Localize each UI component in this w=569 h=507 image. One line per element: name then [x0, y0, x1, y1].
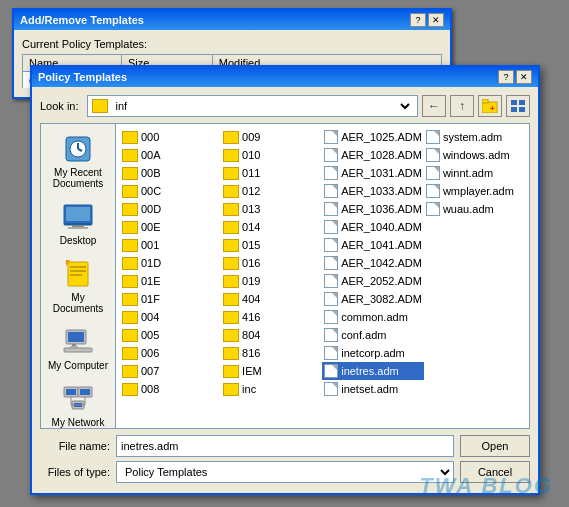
folder-icon [122, 383, 138, 396]
filetype-select[interactable]: Policy Templates [116, 461, 454, 483]
sidebar-item-recent[interactable]: My Recent Documents [43, 128, 113, 194]
bg-dialog-title-bar: Add/Remove Templates ? ✕ [14, 10, 450, 30]
list-item[interactable]: common.adm [322, 308, 424, 326]
list-item[interactable]: AER_2052.ADM [322, 272, 424, 290]
list-item[interactable]: AER_1040.ADM [322, 218, 424, 236]
list-item[interactable]: IEM [221, 362, 322, 380]
folder-icon [223, 149, 239, 162]
folder-icon [122, 239, 138, 252]
sidebar-item-documents[interactable]: My Documents [43, 253, 113, 319]
list-item[interactable]: 00E [120, 218, 221, 236]
list-item[interactable]: 01F [120, 290, 221, 308]
folder-icon [223, 167, 239, 180]
list-item[interactable]: 008 [120, 380, 221, 398]
adm-icon [324, 130, 338, 144]
list-item[interactable]: AER_1025.ADM [322, 128, 424, 146]
list-item[interactable]: 00D [120, 200, 221, 218]
list-item[interactable]: 00A [120, 146, 221, 164]
list-item[interactable]: 005 [120, 326, 221, 344]
list-item[interactable]: 019 [221, 272, 322, 290]
folder-icon [223, 221, 239, 234]
list-item[interactable]: 000 [120, 128, 221, 146]
network-icon [62, 383, 94, 415]
bg-dialog-title-buttons: ? ✕ [410, 13, 444, 27]
sidebar-item-network[interactable]: My Network Places [43, 378, 113, 428]
list-item[interactable]: 00C [120, 182, 221, 200]
list-item[interactable]: 014 [221, 218, 322, 236]
list-item[interactable]: inc [221, 380, 322, 398]
new-folder-button[interactable]: + [478, 95, 502, 117]
list-item[interactable]: 004 [120, 308, 221, 326]
main-dialog-help-button[interactable]: ? [498, 70, 514, 84]
list-item[interactable]: 00B [120, 164, 221, 182]
bg-dialog-close-button[interactable]: ✕ [428, 13, 444, 27]
list-item[interactable]: AER_1033.ADM [322, 182, 424, 200]
list-item[interactable]: inetcorp.adm [322, 344, 424, 362]
svg-rect-28 [80, 389, 90, 395]
open-button[interactable]: Open [460, 435, 530, 457]
list-item[interactable]: 015 [221, 236, 322, 254]
folder-icon [122, 275, 138, 288]
list-item[interactable]: 01E [120, 272, 221, 290]
list-item[interactable]: AER_3082.ADM [322, 290, 424, 308]
list-item[interactable]: 012 [221, 182, 322, 200]
list-item[interactable]: windows.adm [424, 146, 525, 164]
list-item-selected[interactable]: inetres.adm [322, 362, 424, 380]
list-item[interactable]: 006 [120, 344, 221, 362]
main-dialog-close-button[interactable]: ✕ [516, 70, 532, 84]
list-item[interactable]: 007 [120, 362, 221, 380]
back-button[interactable]: ← [422, 95, 446, 117]
folder-icon [122, 185, 138, 198]
list-item[interactable]: 011 [221, 164, 322, 182]
svg-rect-4 [519, 100, 525, 105]
list-item[interactable]: AER_1031.ADM [322, 164, 424, 182]
filename-label: File name: [40, 440, 110, 452]
list-item[interactable]: 010 [221, 146, 322, 164]
adm-icon [426, 166, 440, 180]
list-item[interactable]: AER_1036.ADM [322, 200, 424, 218]
bg-dialog-help-button[interactable]: ? [410, 13, 426, 27]
main-dialog-body: Look in: inf ← ↑ + [32, 87, 538, 491]
sidebar-recent-label: My Recent Documents [46, 167, 110, 189]
list-item[interactable]: wmplayer.adm [424, 182, 525, 200]
sidebar-item-desktop[interactable]: Desktop [43, 196, 113, 251]
computer-icon [62, 326, 94, 358]
cancel-button[interactable]: Cancel [460, 461, 530, 483]
list-item[interactable]: AER_1042.ADM [322, 254, 424, 272]
list-item[interactable]: 404 [221, 290, 322, 308]
sidebar-documents-label: My Documents [46, 292, 110, 314]
list-item[interactable]: 804 [221, 326, 322, 344]
adm-icon [324, 292, 338, 306]
lookin-combo[interactable]: inf [87, 95, 418, 117]
list-item[interactable]: 01D [120, 254, 221, 272]
list-item[interactable]: 013 [221, 200, 322, 218]
up-button[interactable]: ↑ [450, 95, 474, 117]
filename-input[interactable] [116, 435, 454, 457]
list-item[interactable]: conf.adm [322, 326, 424, 344]
svg-rect-17 [70, 266, 86, 268]
sidebar-computer-label: My Computer [48, 360, 108, 371]
adm-icon [426, 148, 440, 162]
list-item[interactable]: AER_1041.ADM [322, 236, 424, 254]
list-item[interactable]: 016 [221, 254, 322, 272]
filetype-label: Files of type: [40, 466, 110, 478]
list-item[interactable]: 009 [221, 128, 322, 146]
folder-icon [122, 131, 138, 144]
view-button[interactable] [506, 95, 530, 117]
main-dialog-title-buttons: ? ✕ [498, 70, 532, 84]
adm-icon [324, 346, 338, 360]
list-item[interactable]: AER_1028.ADM [322, 146, 424, 164]
sidebar-item-computer[interactable]: My Computer [43, 321, 113, 376]
folder-icon [223, 239, 239, 252]
list-item[interactable]: 416 [221, 308, 322, 326]
list-item[interactable]: 816 [221, 344, 322, 362]
adm-icon [324, 328, 338, 342]
list-item[interactable]: wuau.adm [424, 200, 525, 218]
list-item[interactable]: 001 [120, 236, 221, 254]
list-item[interactable]: inetset.adm [322, 380, 424, 398]
list-item[interactable]: winnt.adm [424, 164, 525, 182]
list-item[interactable]: system.adm [424, 128, 525, 146]
folder-icon [223, 347, 239, 360]
lookin-select[interactable]: inf [112, 99, 413, 113]
folder-icon [223, 275, 239, 288]
